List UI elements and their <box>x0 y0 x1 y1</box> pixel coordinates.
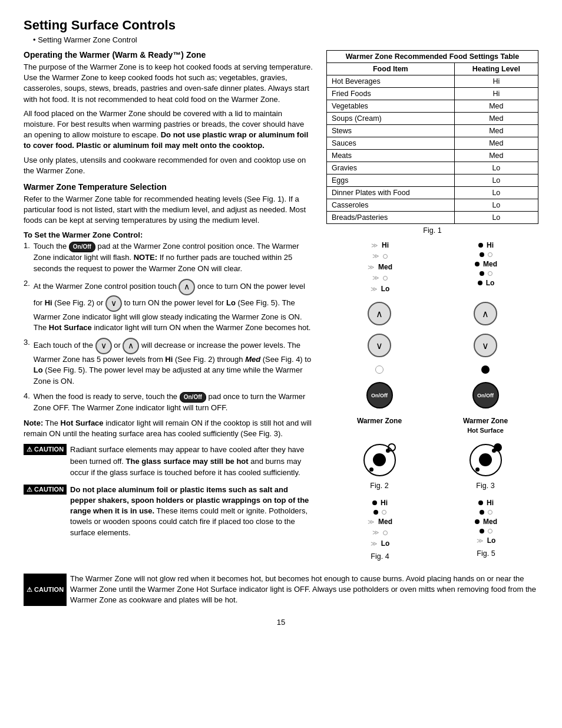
dot-row <box>326 365 538 374</box>
heating-level-cell: Med <box>454 137 538 150</box>
step3-row: 3. Each touch of the ∨ or ∧ will decreas… <box>24 338 315 387</box>
chevron-up-button-2[interactable]: ∧ <box>474 302 497 325</box>
fig23-indicators: ≫ Hi ≫ ≫ Med ≫ <box>326 241 538 294</box>
chevron-up-button[interactable]: ∧ <box>368 302 391 325</box>
section1-p3: Use only plates, utensils and cookware r… <box>24 155 315 176</box>
col-heating-level: Heating Level <box>454 63 538 75</box>
caution2-badge: CAUTION <box>24 485 67 495</box>
caution3-badge: CAUTION <box>24 574 67 606</box>
chevron-up-icon-2[interactable]: ∧ <box>123 338 139 354</box>
fig3-label: Fig. 3 <box>476 482 494 490</box>
heating-level-cell: Med <box>454 100 538 113</box>
table-row: Soups (Cream)Med <box>327 113 538 125</box>
caution1-badge: CAUTION <box>24 444 67 455</box>
table-row: EggsLo <box>327 174 538 187</box>
dot-filled-2 <box>480 271 484 276</box>
food-item-cell: Vegetables <box>327 100 455 113</box>
food-item-cell: Dinner Plates with Food <box>327 187 455 199</box>
heating-level-cell: Lo <box>454 187 538 199</box>
table-row: Dinner Plates with FoodLo <box>327 187 538 199</box>
food-item-cell: Hot Beverages <box>327 75 455 88</box>
dot-empty-4 <box>488 271 492 276</box>
chevron-down-row: ∨ ∨ <box>326 334 538 357</box>
heating-level-cell: Med <box>454 113 538 125</box>
large-dot-empty <box>375 365 384 374</box>
right-column: Warmer Zone Recommended Food Settings Ta… <box>326 50 538 569</box>
chevron-up-icon[interactable]: ∧ <box>178 279 195 295</box>
step4-row: 4. When the food is ready to serve, touc… <box>24 391 315 413</box>
caution2-box: CAUTION Do not place aluminum foil or pl… <box>24 485 315 538</box>
caution1-box: CAUTION Radiant surface elements may app… <box>24 444 315 479</box>
page-number: 15 <box>24 618 538 627</box>
warmer-zone-label-1: Warmer Zone <box>357 417 402 425</box>
fig4-indicators: Hi ≫ Med ≫ ≫ <box>368 498 392 561</box>
chevron-down-icon[interactable]: ∨ <box>105 295 122 312</box>
fig3-burner <box>468 442 503 477</box>
dot-f4-1 <box>373 510 378 515</box>
burner-row: Fig. 2 Fig. 3 <box>326 442 538 490</box>
dot-empty-2 <box>383 276 388 281</box>
onoff-btn-1[interactable]: On/Off <box>69 242 95 252</box>
chevron-row: ∧ ∧ <box>326 302 538 325</box>
table-row: VegetablesMed <box>327 100 538 113</box>
dot-filled-lo <box>478 281 482 285</box>
heating-level-cell: Med <box>454 150 538 162</box>
fig2-label: Fig. 2 <box>370 482 388 490</box>
dot-f5-2 <box>480 529 484 533</box>
heating-level-cell: Lo <box>454 162 538 174</box>
heating-level-cell: Hi <box>454 75 538 88</box>
onoff-circle-2[interactable]: On/Off <box>472 382 499 409</box>
section1-heading: Operating the Warmer (Warm & Ready™) Zon… <box>24 50 315 60</box>
dot-empty-3 <box>488 252 492 257</box>
dot-f5-med <box>475 519 480 524</box>
chevron-down-button-2[interactable]: ∨ <box>474 334 497 357</box>
heating-level-cell: Lo <box>454 199 538 212</box>
figures-section: ≫ Hi ≫ ≫ Med ≫ <box>326 241 538 561</box>
step2-row: 2. At the Warmer Zone control position t… <box>24 279 315 333</box>
page-title: Setting Surface Controls <box>24 18 538 33</box>
onoff-btn-2[interactable]: On/Off <box>180 392 206 403</box>
left-column: Operating the Warmer (Warm & Ready™) Zon… <box>24 50 315 569</box>
fig5-label: Fig. 5 <box>477 549 495 558</box>
col-food-item: Food Item <box>327 63 455 75</box>
section3-heading: To Set the Warmer Zone Control: <box>24 230 315 239</box>
chevron-down-button[interactable]: ∨ <box>368 334 391 357</box>
dot-f5-hi <box>478 500 483 505</box>
food-item-cell: Breads/Pasteries <box>327 212 455 224</box>
hot-surface-label: Hot Surface <box>467 427 504 434</box>
food-item-cell: Meats <box>327 150 455 162</box>
table-row: StewsMed <box>327 125 538 137</box>
food-item-cell: Sauces <box>327 137 455 150</box>
chevron-down-icon-2[interactable]: ∨ <box>95 338 112 354</box>
warmer-table: Warmer Zone Recommended Food Settings Ta… <box>326 50 538 224</box>
section2-heading: Warmer Zone Temperature Selection <box>24 182 315 192</box>
dot-empty <box>383 254 388 259</box>
table-row: Fried FoodsHi <box>327 88 538 100</box>
food-item-cell: Casseroles <box>327 199 455 212</box>
food-item-cell: Fried Foods <box>327 88 455 100</box>
fig5-indicators: Hi Med ≫ Lo <box>475 498 497 561</box>
note-paragraph: Note: The Hot Surface indicator light wi… <box>24 418 315 439</box>
large-dot-filled <box>481 365 490 374</box>
dot-f4-hi <box>372 500 377 505</box>
table-row: GraviesLo <box>327 162 538 174</box>
food-item-cell: Gravies <box>327 162 455 174</box>
table-row: Breads/PasteriesLo <box>327 212 538 224</box>
table-row: MeatsMed <box>327 150 538 162</box>
fig45-indicators: Hi ≫ Med ≫ ≫ <box>326 498 538 561</box>
heating-level-cell: Lo <box>454 174 538 187</box>
food-item-cell: Soups (Cream) <box>327 113 455 125</box>
table-title: Warmer Zone Recommended Food Settings Ta… <box>327 51 538 63</box>
fig3-indicators: Hi Med Lo <box>475 241 497 294</box>
warmer-zone-labels: Warmer Zone Warmer Zone Hot Surface <box>326 417 538 434</box>
bullet-item: • Setting Warmer Zone Control <box>33 35 538 44</box>
section1-p1: The purpose of the Warmer Zone is to kee… <box>24 62 315 105</box>
dot-filled-1 <box>480 252 484 257</box>
food-item-cell: Eggs <box>327 174 455 187</box>
caution3-box: CAUTION The Warmer Zone will not glow re… <box>24 574 538 606</box>
onoff-circle-1[interactable]: On/Off <box>366 382 393 409</box>
dot-filled-hi <box>478 243 483 248</box>
heating-level-cell: Hi <box>454 88 538 100</box>
onoff-row: On/Off On/Off <box>326 382 538 409</box>
food-item-cell: Stews <box>327 125 455 137</box>
